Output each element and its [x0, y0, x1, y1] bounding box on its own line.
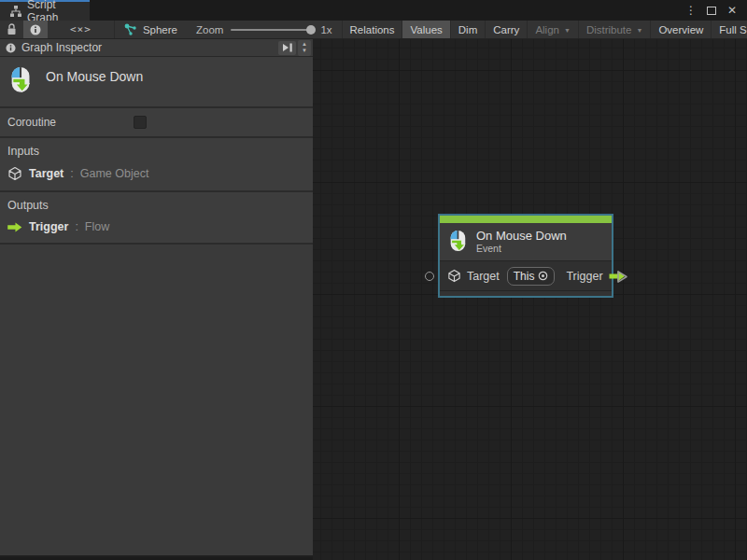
node-footer — [440, 290, 612, 296]
graph-hierarchy-icon — [9, 5, 22, 18]
maximize-icon[interactable] — [704, 3, 719, 18]
info-icon — [30, 24, 41, 35]
inputs-header: Inputs — [7, 145, 305, 158]
code-icon: <×> — [70, 23, 92, 35]
info-icon — [6, 43, 16, 53]
spinner-up-icon: ▲ — [302, 41, 307, 48]
graph-toolbar: <×> Sphere Zoom 1x Relations — [0, 21, 747, 39]
code-preview-button[interactable]: <×> — [48, 21, 114, 38]
graph-owner-reference[interactable]: Sphere — [115, 21, 187, 38]
panel-title: Graph Inspector — [21, 41, 102, 54]
inspector-toggle-button[interactable] — [23, 21, 48, 38]
cube-icon — [7, 166, 22, 181]
unit-title: On Mouse Down — [46, 66, 143, 84]
window-controls: ⋮ ✕ — [684, 0, 747, 21]
input-connection-port[interactable] — [425, 272, 434, 281]
overview-button[interactable]: Overview — [651, 21, 712, 38]
coroutine-row: Coroutine — [0, 108, 313, 136]
graph-canvas[interactable]: On Mouse Down Event Target This — [313, 39, 747, 560]
script-graph-icon — [124, 23, 137, 35]
flow-arrow-icon — [7, 222, 22, 232]
graph-inspector-header: Graph Inspector ▲ ▼ — [0, 39, 313, 57]
dock-icon — [282, 43, 293, 52]
object-picker-icon[interactable] — [538, 271, 548, 281]
target-port-label: Target — [467, 270, 500, 283]
target-value-chip[interactable]: This — [507, 267, 556, 286]
lock-icon — [7, 23, 17, 35]
input-port-type: Game Object — [80, 167, 149, 180]
input-port-name: Target — [29, 167, 63, 180]
distribute-dropdown[interactable]: Distribute ▼ — [579, 21, 652, 38]
zoom-label: Zoom — [196, 24, 223, 35]
input-port-definition: Target : Game Object — [7, 166, 305, 181]
inputs-section: Inputs Target : Game Object — [0, 138, 313, 190]
graph-inspector-panel: Graph Inspector ▲ ▼ On Mouse Down — [0, 39, 313, 557]
outputs-header: Outputs — [7, 199, 305, 212]
cube-icon — [447, 269, 461, 283]
close-icon[interactable]: ✕ — [725, 3, 740, 18]
node-ports-row: Target This Trigger — [440, 260, 612, 290]
dim-button[interactable]: Dim — [451, 21, 486, 38]
values-button[interactable]: Values — [402, 21, 450, 38]
lock-button[interactable] — [0, 21, 23, 38]
tab-script-graph[interactable]: Script Graph — [0, 0, 90, 21]
on-mouse-down-node[interactable]: On Mouse Down Event Target This — [438, 214, 613, 298]
toolbar-left-group: <×> Sphere Zoom 1x — [0, 21, 342, 38]
zoom-slider-handle[interactable] — [306, 25, 316, 35]
carry-button[interactable]: Carry — [486, 21, 528, 38]
spinner-down-icon: ▼ — [302, 48, 307, 54]
chevron-down-icon: ▼ — [636, 27, 642, 34]
trigger-port-label: Trigger — [566, 270, 602, 283]
on-mouse-down-icon — [447, 230, 468, 254]
relations-button[interactable]: Relations — [343, 21, 403, 38]
tab-bar: Script Graph ⋮ ✕ — [0, 0, 747, 21]
inspector-empty-area — [0, 245, 313, 555]
node-header[interactable]: On Mouse Down Event — [440, 223, 612, 260]
outputs-section: Outputs Trigger : Flow — [0, 192, 313, 243]
on-mouse-down-icon — [7, 66, 33, 95]
output-port-definition: Trigger : Flow — [7, 220, 305, 233]
zoom-slider[interactable] — [231, 29, 313, 31]
panel-scroll-spinner[interactable]: ▲ ▼ — [298, 40, 311, 56]
align-dropdown[interactable]: Align ▼ — [528, 21, 579, 38]
node-subtitle: Event — [476, 243, 567, 254]
output-connection-port[interactable] — [616, 270, 628, 284]
coroutine-checkbox[interactable] — [134, 116, 147, 129]
node-color-bar — [440, 216, 612, 223]
node-title: On Mouse Down — [476, 229, 567, 243]
graph-owner-label: Sphere — [143, 24, 177, 35]
zoom-value: 1x — [320, 24, 331, 35]
dock-panel-button[interactable] — [278, 41, 296, 55]
output-port-type: Flow — [85, 220, 109, 233]
kebab-menu-icon[interactable]: ⋮ — [684, 3, 698, 18]
output-port-name: Trigger — [29, 220, 68, 233]
chevron-down-icon: ▼ — [564, 27, 571, 34]
zoom-control: Zoom 1x — [187, 21, 342, 38]
toolbar-right-group: Relations Values Dim Carry Align ▼ Distr… — [342, 21, 747, 38]
full-screen-button[interactable]: Full Screen — [712, 21, 747, 38]
unit-inspector-header: On Mouse Down — [0, 57, 313, 106]
coroutine-label: Coroutine — [7, 116, 56, 129]
